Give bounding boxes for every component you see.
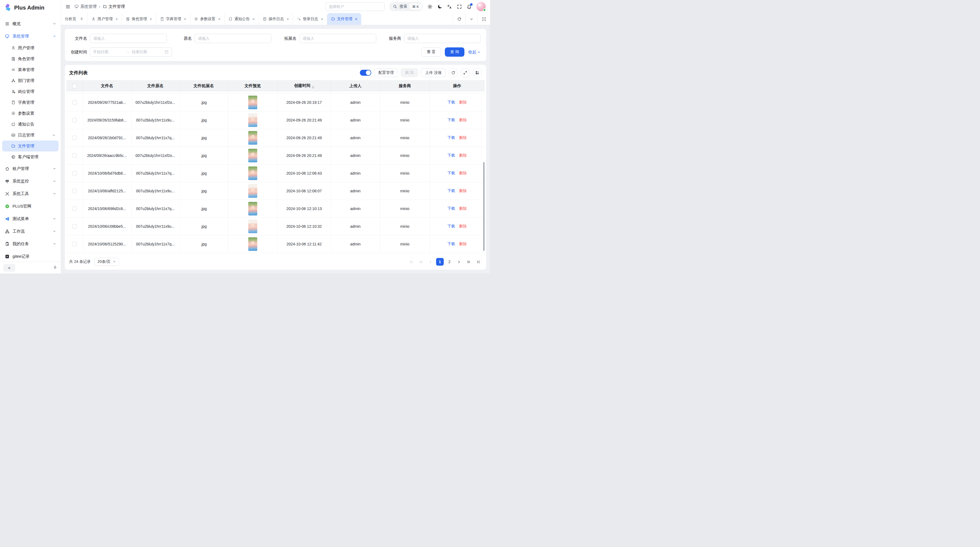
jump-forward-button[interactable] bbox=[465, 258, 472, 266]
content-fullscreen-icon[interactable] bbox=[478, 13, 490, 25]
file-preview-thumbnail[interactable] bbox=[248, 237, 257, 251]
tab-用户管理[interactable]: 用户管理× bbox=[88, 13, 122, 25]
close-tab-icon[interactable]: × bbox=[218, 17, 221, 21]
sidebar-item-通知公告[interactable]: 通知公告 bbox=[2, 119, 59, 130]
file-preview-thumbnail[interactable] bbox=[248, 166, 257, 180]
app-logo[interactable]: Plus Admin bbox=[0, 0, 61, 15]
row-checkbox[interactable] bbox=[72, 100, 77, 105]
tab-登录日志[interactable]: 登录日志× bbox=[293, 13, 328, 25]
tab-字典管理[interactable]: 字典管理× bbox=[156, 13, 191, 25]
toolbar-toggle-switch[interactable] bbox=[360, 70, 371, 76]
row-checkbox[interactable] bbox=[72, 118, 77, 122]
row-checkbox[interactable] bbox=[72, 224, 77, 228]
delete-link[interactable]: 删除 bbox=[459, 206, 467, 211]
column-header-创建时间[interactable]: 创建时间 bbox=[277, 80, 331, 91]
download-link[interactable]: 下载 bbox=[447, 188, 455, 193]
delete-button[interactable]: 删 除 bbox=[401, 69, 418, 77]
close-tab-icon[interactable]: × bbox=[184, 17, 186, 21]
file-preview-thumbnail[interactable] bbox=[248, 149, 257, 163]
close-tab-icon[interactable]: × bbox=[355, 17, 358, 21]
query-button[interactable]: 查 询 bbox=[445, 48, 465, 57]
breadcrumb-item-files[interactable]: 文件管理 bbox=[103, 4, 125, 9]
download-link[interactable]: 下载 bbox=[447, 224, 455, 228]
file-preview-thumbnail[interactable] bbox=[248, 113, 257, 127]
delete-link[interactable]: 删除 bbox=[459, 242, 467, 246]
sidebar-collapse-button[interactable]: « bbox=[3, 264, 15, 271]
sidebar-item-系统工具[interactable]: 系统工具 bbox=[0, 187, 61, 200]
sidebar-item-我的任务[interactable]: 我的任务 bbox=[0, 238, 61, 250]
close-tab-icon[interactable]: × bbox=[286, 17, 289, 21]
sidebar-item-文件管理[interactable]: 文件管理 bbox=[2, 140, 59, 152]
settings-gear-icon[interactable] bbox=[427, 4, 433, 9]
download-link[interactable]: 下载 bbox=[447, 153, 455, 158]
next-page-button[interactable] bbox=[455, 258, 463, 266]
sidebar-pin-icon[interactable] bbox=[53, 265, 57, 270]
sidebar-item-gitee记录[interactable]: Ggitee记录 bbox=[0, 250, 61, 262]
refresh-table-icon[interactable] bbox=[449, 68, 458, 77]
sidebar-toggle-icon[interactable] bbox=[65, 4, 70, 9]
delete-link[interactable]: 删除 bbox=[459, 136, 467, 140]
sidebar-item-客户端管理[interactable]: 客户端管理 bbox=[2, 152, 59, 163]
sidebar-item-系统监控[interactable]: 系统监控 bbox=[0, 175, 61, 187]
filter-input-服务商[interactable] bbox=[404, 34, 481, 43]
row-checkbox[interactable] bbox=[72, 206, 77, 211]
tab-分析页[interactable]: 分析页 bbox=[61, 13, 88, 25]
filter-input-文件名[interactable] bbox=[90, 34, 167, 43]
tabs-menu-chevron-icon[interactable] bbox=[466, 13, 478, 25]
sidebar-item-参数设置[interactable]: 参数设置 bbox=[2, 108, 59, 119]
download-link[interactable]: 下载 bbox=[447, 136, 455, 140]
global-search-button[interactable]: 搜索 ⌘ K bbox=[389, 2, 423, 11]
file-preview-thumbnail[interactable] bbox=[248, 131, 257, 145]
sidebar-item-角色管理[interactable]: 角色管理 bbox=[2, 53, 59, 64]
filter-input-原名[interactable] bbox=[195, 34, 272, 43]
fullscreen-icon[interactable] bbox=[457, 4, 462, 9]
download-link[interactable]: 下载 bbox=[447, 206, 455, 211]
config-manage-button[interactable]: 配置管理 bbox=[374, 69, 398, 77]
sidebar-item-部门管理[interactable]: 部门管理 bbox=[2, 75, 59, 86]
sidebar-item-岗位管理[interactable]: 岗位管理 bbox=[2, 86, 59, 97]
delete-link[interactable]: 删除 bbox=[459, 171, 467, 175]
column-settings-icon[interactable] bbox=[473, 68, 482, 77]
jump-back-button[interactable] bbox=[417, 258, 425, 266]
close-tab-icon[interactable]: × bbox=[150, 17, 152, 21]
row-checkbox[interactable] bbox=[72, 153, 77, 158]
download-link[interactable]: 下载 bbox=[447, 171, 455, 175]
sort-caret-icon[interactable] bbox=[312, 86, 314, 89]
previous-page-button[interactable] bbox=[426, 258, 434, 266]
sidebar-item-PLUS官网[interactable]: PLUS官网 bbox=[0, 200, 61, 212]
refresh-tab-icon[interactable] bbox=[453, 13, 466, 25]
select-all-checkbox[interactable] bbox=[72, 84, 77, 88]
first-page-button[interactable] bbox=[407, 258, 415, 266]
close-tab-icon[interactable]: × bbox=[115, 17, 118, 21]
date-range-input[interactable]: 开始日期 → 结束日期 bbox=[90, 48, 172, 57]
sidebar-item-日志管理[interactable]: DEV日志管理 bbox=[2, 130, 59, 140]
user-avatar[interactable] bbox=[476, 2, 486, 11]
page-size-select[interactable]: 20条/页 bbox=[94, 258, 119, 266]
reset-button[interactable]: 重 置 bbox=[422, 48, 441, 57]
sidebar-item-系统管理[interactable]: 系统管理 bbox=[0, 30, 61, 43]
file-preview-thumbnail[interactable] bbox=[248, 96, 257, 109]
tab-参数设置[interactable]: 参数设置× bbox=[190, 13, 224, 25]
sidebar-item-菜单管理[interactable]: 菜单管理 bbox=[2, 64, 59, 75]
delete-link[interactable]: 删除 bbox=[459, 100, 467, 104]
row-checkbox[interactable] bbox=[72, 136, 77, 140]
sidebar-item-工作流[interactable]: 工作流 bbox=[0, 225, 61, 238]
download-link[interactable]: 下载 bbox=[447, 100, 455, 104]
delete-link[interactable]: 删除 bbox=[459, 153, 467, 158]
delete-link[interactable]: 删除 bbox=[459, 188, 467, 193]
language-translate-icon[interactable]: 文 bbox=[447, 4, 452, 9]
file-preview-thumbnail[interactable] bbox=[248, 220, 257, 233]
page-button-1[interactable]: 1 bbox=[436, 258, 444, 266]
page-button-2[interactable]: 2 bbox=[445, 258, 453, 266]
collapse-filter-link[interactable]: 收起 bbox=[468, 49, 481, 55]
tenant-select-input[interactable] bbox=[325, 2, 385, 11]
close-tab-icon[interactable]: × bbox=[252, 17, 255, 21]
tab-文件管理[interactable]: 文件管理× bbox=[327, 13, 361, 25]
file-preview-thumbnail[interactable] bbox=[248, 202, 257, 215]
row-checkbox[interactable] bbox=[72, 242, 77, 246]
download-link[interactable]: 下载 bbox=[447, 242, 455, 246]
tab-通知公告[interactable]: 通知公告× bbox=[224, 13, 259, 25]
breadcrumb-item-system[interactable]: 系统管理 bbox=[74, 4, 97, 9]
upload-button[interactable]: 上传 没做 bbox=[421, 69, 446, 77]
last-page-button[interactable] bbox=[474, 258, 482, 266]
